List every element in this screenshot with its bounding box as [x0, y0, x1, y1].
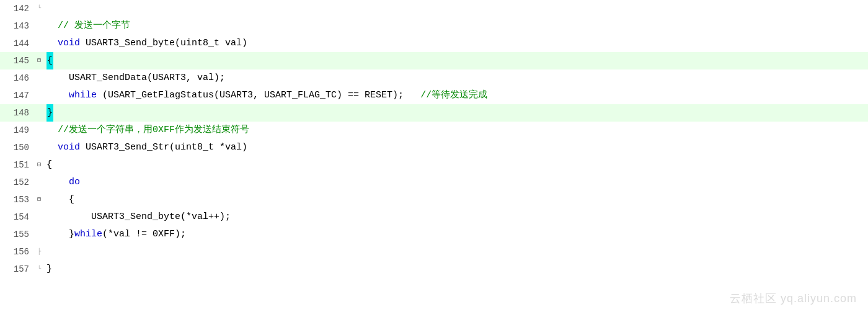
code-line: 153⊟ { [0, 191, 868, 208]
line-number: 152 [0, 174, 34, 191]
line-number: 144 [0, 35, 34, 52]
code-text: } [44, 261, 868, 278]
code-line: 157└} [0, 261, 868, 278]
fold-icon[interactable] [34, 174, 44, 191]
code-text: { [44, 52, 868, 69]
code-line: 146 USART_SendData(USART3, val); [0, 69, 868, 87]
code-line: 155 }while(*val != 0XFF); [0, 226, 868, 243]
fold-icon[interactable]: ⊟ [34, 191, 44, 208]
line-number: 147 [0, 87, 34, 104]
line-number: 149 [0, 122, 34, 139]
code-text: } [44, 104, 868, 122]
line-number: 145 [0, 52, 34, 69]
code-text: do [44, 174, 868, 191]
code-text: USART3_Send_byte(*val++); [44, 208, 868, 226]
code-line: 156├ [0, 243, 868, 261]
code-text: //发送一个字符串，用0XFF作为发送结束符号 [44, 122, 868, 139]
fold-icon[interactable]: ⊟ [34, 52, 44, 69]
fold-icon[interactable] [34, 69, 44, 87]
code-line: 149 //发送一个字符串，用0XFF作为发送结束符号 [0, 122, 868, 139]
code-line: 143 // 发送一个字节 [0, 17, 868, 35]
fold-icon[interactable]: ├ [34, 243, 44, 261]
fold-icon[interactable] [34, 226, 44, 243]
fold-icon[interactable]: ⊟ [34, 156, 44, 174]
line-number: 154 [0, 208, 34, 226]
code-line: 147 while (USART_GetFlagStatus(USART3, U… [0, 87, 868, 104]
line-number: 151 [0, 156, 34, 174]
code-editor: 142└143 // 发送一个字节144 void USART3_Send_by… [0, 0, 868, 317]
code-line: 154 USART3_Send_byte(*val++); [0, 208, 868, 226]
fold-icon[interactable] [34, 35, 44, 52]
code-text: // 发送一个字节 [44, 17, 868, 35]
line-number: 146 [0, 69, 34, 87]
fold-icon[interactable]: └ [34, 0, 44, 17]
code-line: 148} [0, 104, 868, 122]
code-line: 144 void USART3_Send_byte(uint8_t val) [0, 35, 868, 52]
fold-icon[interactable]: └ [34, 261, 44, 278]
line-number: 155 [0, 226, 34, 243]
code-text: USART_SendData(USART3, val); [44, 69, 868, 87]
line-number: 142 [0, 0, 34, 17]
fold-icon[interactable] [34, 87, 44, 104]
fold-icon[interactable] [34, 139, 44, 156]
line-number: 156 [0, 243, 34, 261]
line-number: 157 [0, 261, 34, 278]
code-text: void USART3_Send_byte(uint8_t val) [44, 35, 868, 52]
code-line: 145⊟{ [0, 52, 868, 69]
code-text: while (USART_GetFlagStatus(USART3, USART… [44, 87, 868, 104]
code-text: void USART3_Send_Str(uint8_t *val) [44, 139, 868, 156]
code-line: 150 void USART3_Send_Str(uint8_t *val) [0, 139, 868, 156]
fold-icon[interactable] [34, 104, 44, 122]
code-line: 152 do [0, 174, 868, 191]
line-number: 148 [0, 104, 34, 122]
code-text [44, 0, 868, 17]
watermark: 云栖社区 yq.aliyun.com [730, 291, 857, 306]
code-text: }while(*val != 0XFF); [44, 226, 868, 243]
code-text: { [44, 156, 868, 174]
line-number: 150 [0, 139, 34, 156]
line-number: 143 [0, 17, 34, 35]
fold-icon[interactable] [34, 208, 44, 226]
code-line: 151⊟{ [0, 156, 868, 174]
code-text: { [44, 191, 868, 208]
line-number: 153 [0, 191, 34, 208]
fold-icon[interactable] [34, 122, 44, 139]
fold-icon[interactable] [34, 17, 44, 35]
code-line: 142└ [0, 0, 868, 17]
code-text [44, 243, 868, 261]
